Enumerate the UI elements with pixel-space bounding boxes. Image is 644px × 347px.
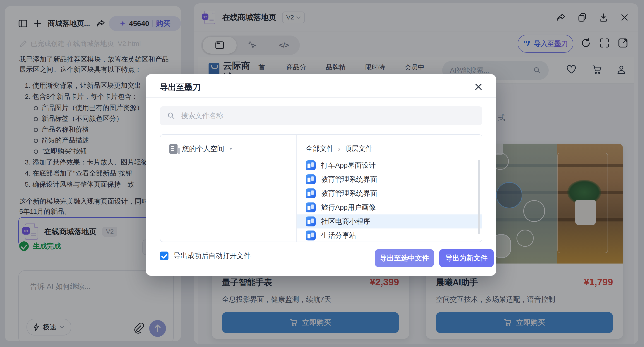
breadcrumb-separator: › bbox=[338, 144, 340, 153]
project-icon bbox=[306, 202, 316, 212]
file-row-selected[interactable]: 社区电商小程序 bbox=[297, 214, 482, 229]
breadcrumb-current: 顶层文件 bbox=[344, 144, 372, 153]
checkbox-checked-icon[interactable] bbox=[160, 252, 168, 260]
project-icon bbox=[306, 217, 316, 226]
file-row[interactable]: 旅行App用户画像 bbox=[297, 200, 482, 214]
breadcrumb: 全部文件 › 顶层文件 bbox=[306, 144, 372, 153]
export-modal: 导出至墨刀 搜索文件名称 您的个人空间 全部文件 › 顶层文件 打车App界面设… bbox=[146, 74, 496, 276]
file-row[interactable]: 教育管理系统界面 bbox=[297, 186, 482, 200]
list-scrollbar[interactable] bbox=[478, 160, 480, 234]
checkbox-label: 导出成功后自动打开文件 bbox=[174, 251, 251, 261]
file-list: 打车App界面设计 教育管理系统界面 教育管理系统界面 旅行App用户画像 社区… bbox=[297, 158, 482, 242]
file-row[interactable]: 教育管理系统界面 bbox=[297, 172, 482, 186]
divider bbox=[296, 135, 297, 242]
file-row[interactable]: 打车App界面设计 bbox=[297, 158, 482, 172]
project-icon bbox=[306, 231, 316, 241]
breadcrumb-root[interactable]: 全部文件 bbox=[306, 144, 334, 153]
workspace-selector[interactable]: 您的个人空间 bbox=[170, 144, 233, 154]
export-to-selected-button[interactable]: 导出至选中文件 bbox=[375, 249, 434, 267]
export-as-new-button[interactable]: 导出为新文件 bbox=[439, 249, 494, 267]
project-icon bbox=[306, 188, 316, 198]
project-icon bbox=[306, 160, 316, 170]
modal-search-input[interactable]: 搜索文件名称 bbox=[160, 106, 482, 125]
modal-close-button[interactable] bbox=[474, 82, 484, 92]
workspace-icon bbox=[170, 144, 178, 154]
divider bbox=[146, 97, 496, 98]
dropdown-triangle-icon bbox=[230, 148, 232, 150]
project-icon bbox=[306, 174, 316, 184]
file-row[interactable]: 生活分享站 bbox=[297, 229, 482, 242]
modal-search-placeholder: 搜索文件名称 bbox=[181, 111, 223, 121]
search-icon bbox=[167, 112, 175, 120]
modal-title: 导出至墨刀 bbox=[160, 82, 201, 93]
auto-open-option[interactable]: 导出成功后自动打开文件 bbox=[160, 251, 251, 261]
file-browser-panel: 您的个人空间 全部文件 › 顶层文件 打车App界面设计 教育管理系统界面 教育… bbox=[160, 134, 482, 242]
